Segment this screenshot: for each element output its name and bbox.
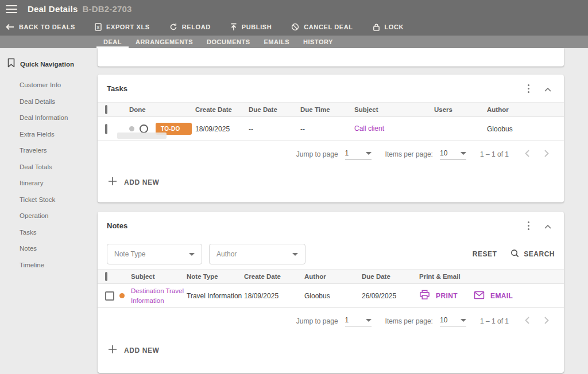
tab-arrangements[interactable]: ARRANGEMENTS	[129, 36, 200, 48]
tab-bar: DEAL ARRANGEMENTS DOCUMENTS EMAILS HISTO…	[0, 36, 588, 48]
email-button[interactable]: EMAIL	[474, 291, 513, 301]
task-due-date: --	[249, 125, 300, 133]
sidebar-item-travelers[interactable]: Travelers	[20, 147, 98, 154]
notes-col-subject: Subject	[131, 273, 187, 280]
tasks-col-due-time: Due Time	[300, 106, 354, 113]
notes-pagination: Jump to page 1 Items per page: 10 1 – 1 …	[98, 308, 564, 334]
tab-history[interactable]: HISTORY	[296, 36, 340, 48]
tasks-collapse-icon[interactable]	[544, 84, 551, 94]
notes-jump-to-page-select[interactable]: 1	[345, 316, 372, 326]
back-to-deals-button[interactable]: BACK TO DEALS	[6, 24, 75, 30]
tasks-table-header: Done Create Date Due Date Due Time Subje…	[98, 102, 564, 117]
search-button[interactable]: SEARCH	[510, 249, 555, 259]
notes-col-create-date: Create Date	[244, 273, 304, 280]
title-bar: Deal Details B-DB2-2703	[0, 0, 588, 18]
tab-emails[interactable]: EMAILS	[257, 36, 296, 48]
note-due-date: 26/09/2025	[362, 292, 419, 300]
fading-tooltip	[117, 133, 167, 139]
sidebar-item-notes[interactable]: Notes	[20, 245, 98, 252]
cancel-deal-button[interactable]: CANCEL DEAL	[291, 23, 353, 31]
notes-next-page-icon[interactable]	[544, 317, 549, 326]
tab-deal[interactable]: DEAL	[96, 36, 129, 48]
notes-prev-page-icon[interactable]	[525, 317, 529, 326]
task-subject-link[interactable]: Call client	[354, 124, 434, 134]
notes-more-options-icon[interactable]	[525, 220, 532, 231]
tasks-jump-to-page-select[interactable]: 1	[345, 149, 372, 159]
tasks-jump-to-page-label: Jump to page	[296, 150, 338, 158]
sidebar-item-deal-totals[interactable]: Deal Totals	[20, 163, 98, 170]
export-xls-button[interactable]: x EXPORT XLS	[95, 23, 150, 31]
app-header: Deal Details B-DB2-2703 BACK TO DEALS x …	[0, 0, 588, 36]
arrow-left-icon	[6, 24, 14, 30]
note-type-select[interactable]: Note Type	[107, 244, 202, 264]
reset-button[interactable]: RESET	[473, 250, 497, 258]
print-button[interactable]: PRINT	[419, 290, 458, 302]
sidebar-item-operation[interactable]: Operation	[20, 212, 98, 219]
refresh-icon	[169, 23, 177, 31]
tasks-next-page-icon[interactable]	[544, 150, 549, 159]
bookmark-icon	[7, 58, 16, 70]
notes-col-print-email: Print & Email	[419, 273, 564, 280]
quick-navigation-title: Quick Navigation	[20, 61, 74, 68]
printer-icon	[419, 290, 430, 302]
main-content: Tasks Done Create Date Due Date Due Time…	[98, 48, 564, 373]
sidebar-item-tasks[interactable]: Tasks	[20, 229, 98, 236]
envelope-icon	[474, 291, 485, 301]
search-icon	[510, 249, 519, 259]
task-create-date: 18/09/2025	[195, 125, 249, 133]
notes-select-all-checkbox[interactable]	[105, 272, 107, 281]
reload-button[interactable]: RELOAD	[169, 23, 211, 31]
sidebar-item-extra-fields[interactable]: Extra Fields	[20, 131, 98, 138]
quick-navigation-list: Customer Info Deal Details Deal Informat…	[20, 81, 98, 268]
lock-icon	[373, 23, 380, 31]
chevron-down-icon	[292, 253, 298, 256]
tasks-col-subject: Subject	[354, 106, 434, 113]
notes-col-note-type: Note Type	[187, 273, 244, 280]
chevron-down-icon	[366, 152, 372, 155]
sidebar-item-deal-information[interactable]: Deal Information	[20, 114, 98, 121]
chevron-down-icon	[461, 319, 466, 322]
quick-navigation-header: Quick Navigation	[7, 58, 98, 70]
tasks-prev-page-icon[interactable]	[525, 150, 529, 159]
quick-navigation-sidebar: Quick Navigation Customer Info Deal Deta…	[0, 48, 98, 374]
tasks-select-all-checkbox[interactable]	[105, 105, 107, 114]
notes-add-new-button[interactable]: ADD NEW	[98, 334, 169, 373]
tasks-more-options-icon[interactable]	[525, 83, 532, 94]
tasks-col-author: Author	[487, 106, 564, 113]
tab-documents[interactable]: DOCUMENTS	[200, 36, 257, 48]
note-row-checkbox[interactable]	[105, 291, 114, 301]
notes-table-row: Destination Travel Information Travel In…	[98, 284, 564, 308]
notes-items-per-page-select[interactable]: 10	[440, 316, 466, 326]
note-subject-link[interactable]: Destination Travel Information	[131, 286, 187, 305]
task-done-radio[interactable]	[140, 124, 148, 133]
notes-collapse-icon[interactable]	[544, 221, 551, 231]
lock-button[interactable]: LOCK	[373, 23, 404, 31]
deal-id: B-DB2-2703	[82, 4, 131, 14]
sidebar-item-ticket-stock[interactable]: Ticket Stock	[20, 196, 98, 203]
publish-button[interactable]: PUBLISH	[230, 23, 272, 31]
chevron-down-icon	[366, 319, 372, 322]
task-due-time: --	[300, 125, 354, 133]
previous-section-card-bottom	[98, 48, 564, 67]
sidebar-item-deal-details[interactable]: Deal Details	[20, 98, 98, 105]
notes-table-header: Subject Note Type Create Date Author Due…	[98, 269, 564, 284]
sidebar-item-customer-info[interactable]: Customer Info	[20, 81, 98, 88]
plus-icon	[108, 177, 117, 188]
tasks-pagination: Jump to page 1 Items per page: 10 1 – 1 …	[98, 141, 564, 167]
task-status-dot-icon	[129, 126, 134, 131]
sidebar-item-timeline[interactable]: Timeline	[20, 262, 98, 268]
notes-col-due-date: Due Date	[362, 273, 419, 280]
author-select[interactable]: Author	[209, 244, 305, 264]
plus-icon	[108, 345, 117, 356]
tasks-card: Tasks Done Create Date Due Date Due Time…	[98, 75, 564, 202]
tasks-items-per-page-select[interactable]: 10	[440, 149, 466, 159]
toolbar: BACK TO DEALS x EXPORT XLS RELOAD PUBLIS…	[0, 18, 588, 36]
upload-icon	[230, 23, 237, 31]
task-row-checkbox[interactable]	[105, 124, 107, 134]
tasks-card-title: Tasks	[107, 84, 127, 93]
tasks-add-new-button[interactable]: ADD NEW	[98, 167, 169, 202]
hamburger-menu-icon[interactable]	[6, 5, 17, 13]
note-type: Travel Information	[187, 292, 244, 300]
block-icon	[291, 23, 299, 31]
sidebar-item-itinerary[interactable]: Itinerary	[20, 180, 98, 186]
